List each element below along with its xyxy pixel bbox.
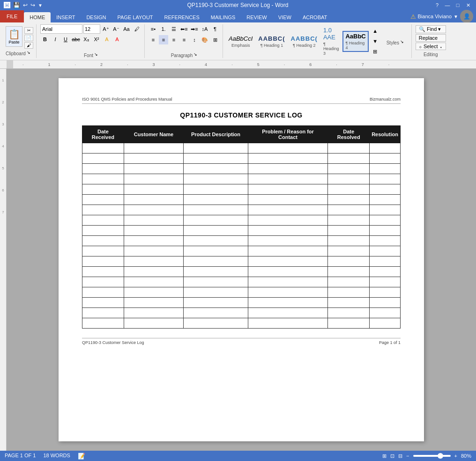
table-cell[interactable]	[248, 215, 328, 226]
tab-mailings[interactable]: MAILINGS	[205, 12, 241, 22]
table-cell[interactable]	[328, 267, 370, 277]
table-cell[interactable]	[82, 143, 124, 154]
grow-font-button[interactable]: A⁺	[101, 24, 111, 34]
style-emphasis[interactable]: AaBbCcI Emphasis	[227, 34, 254, 49]
table-cell[interactable]	[370, 154, 401, 164]
table-cell[interactable]	[248, 226, 328, 236]
table-cell[interactable]	[370, 267, 401, 277]
user-dropdown[interactable]: ▼	[454, 14, 458, 19]
view-web[interactable]: ⊟	[398, 453, 402, 459]
zoom-level[interactable]: 80%	[461, 453, 471, 459]
table-cell[interactable]	[184, 164, 248, 174]
table-cell[interactable]	[124, 143, 183, 154]
table-cell[interactable]	[82, 164, 124, 174]
table-cell[interactable]	[248, 174, 328, 184]
table-cell[interactable]	[124, 267, 183, 277]
font-expand[interactable]: ↘	[94, 52, 98, 58]
table-cell[interactable]	[82, 246, 124, 256]
clear-format-button[interactable]: 🖊	[132, 24, 141, 34]
table-cell[interactable]	[124, 164, 183, 174]
table-cell[interactable]	[124, 318, 183, 329]
table-cell[interactable]	[184, 205, 248, 215]
sort-button[interactable]: ↕A	[200, 24, 209, 34]
table-cell[interactable]	[248, 205, 328, 215]
table-cell[interactable]	[370, 184, 401, 195]
table-cell[interactable]	[248, 195, 328, 205]
quick-access-undo[interactable]: ↩	[23, 2, 28, 8]
table-cell[interactable]	[328, 236, 370, 246]
table-cell[interactable]	[184, 143, 248, 154]
font-size-input[interactable]	[83, 24, 100, 34]
table-cell[interactable]	[370, 308, 401, 318]
table-cell[interactable]	[370, 195, 401, 205]
tab-page-layout[interactable]: PAGE LAYOUT	[112, 12, 159, 22]
table-cell[interactable]	[124, 256, 183, 267]
subscript-button[interactable]: X₂	[82, 35, 91, 44]
table-cell[interactable]	[248, 287, 328, 298]
styles-up[interactable]: ▲	[371, 26, 380, 36]
select-button[interactable]: ⬦ Select ▾	[416, 43, 446, 50]
tab-insert[interactable]: INSERT	[51, 12, 81, 22]
borders-button[interactable]: ⊞	[210, 35, 220, 44]
table-cell[interactable]	[124, 287, 183, 298]
table-cell[interactable]	[370, 298, 401, 308]
table-cell[interactable]	[184, 256, 248, 267]
format-painter-button[interactable]: 🖌	[24, 42, 33, 49]
table-cell[interactable]	[124, 298, 183, 308]
table-cell[interactable]	[328, 195, 370, 205]
table-cell[interactable]	[82, 205, 124, 215]
table-cell[interactable]	[82, 298, 124, 308]
table-cell[interactable]	[370, 143, 401, 154]
numbering-button[interactable]: 1.	[159, 24, 168, 34]
table-cell[interactable]	[370, 287, 401, 298]
align-right-button[interactable]: ≡	[169, 35, 178, 44]
font-color-button[interactable]: A	[112, 35, 122, 44]
style-heading2[interactable]: AABBC( ¶ Heading 2	[289, 34, 320, 49]
table-cell[interactable]	[82, 174, 124, 184]
view-full-screen[interactable]: ⊡	[390, 453, 394, 459]
table-cell[interactable]	[370, 277, 401, 287]
table-cell[interactable]	[328, 174, 370, 184]
bold-button[interactable]: B	[40, 35, 50, 44]
styles-expand[interactable]: ↘	[400, 39, 404, 45]
table-cell[interactable]	[328, 308, 370, 318]
table-cell[interactable]	[184, 287, 248, 298]
increase-indent-button[interactable]: ➡≡	[190, 24, 199, 34]
tab-design[interactable]: DESIGN	[81, 12, 112, 22]
table-cell[interactable]	[184, 318, 248, 329]
user-name[interactable]: Bianca Viviano	[418, 14, 452, 19]
table-cell[interactable]	[370, 236, 401, 246]
table-cell[interactable]	[328, 164, 370, 174]
table-cell[interactable]	[248, 277, 328, 287]
tab-file[interactable]: FILE	[0, 10, 24, 22]
table-cell[interactable]	[328, 287, 370, 298]
table-cell[interactable]	[370, 226, 401, 236]
table-cell[interactable]	[124, 277, 183, 287]
table-cell[interactable]	[124, 184, 183, 195]
table-cell[interactable]	[248, 298, 328, 308]
table-cell[interactable]	[82, 318, 124, 329]
zoom-out-button[interactable]: −	[406, 453, 409, 459]
table-cell[interactable]	[124, 236, 183, 246]
table-cell[interactable]	[248, 318, 328, 329]
help-button[interactable]: ?	[433, 1, 441, 9]
table-cell[interactable]	[124, 205, 183, 215]
table-cell[interactable]	[184, 226, 248, 236]
table-cell[interactable]	[82, 236, 124, 246]
table-cell[interactable]	[124, 308, 183, 318]
table-cell[interactable]	[82, 277, 124, 287]
underline-button[interactable]: U	[61, 35, 70, 44]
table-cell[interactable]	[328, 154, 370, 164]
table-cell[interactable]	[328, 298, 370, 308]
table-cell[interactable]	[82, 308, 124, 318]
table-cell[interactable]	[328, 205, 370, 215]
table-cell[interactable]	[370, 215, 401, 226]
minimize-button[interactable]: —	[443, 1, 452, 9]
table-cell[interactable]	[82, 267, 124, 277]
zoom-in-button[interactable]: +	[454, 453, 457, 459]
table-cell[interactable]	[370, 174, 401, 184]
text-highlight-button[interactable]: A	[102, 35, 112, 44]
tab-references[interactable]: REFERENCES	[159, 12, 205, 22]
proofing-icon[interactable]: 📝	[78, 453, 85, 460]
table-cell[interactable]	[184, 184, 248, 195]
